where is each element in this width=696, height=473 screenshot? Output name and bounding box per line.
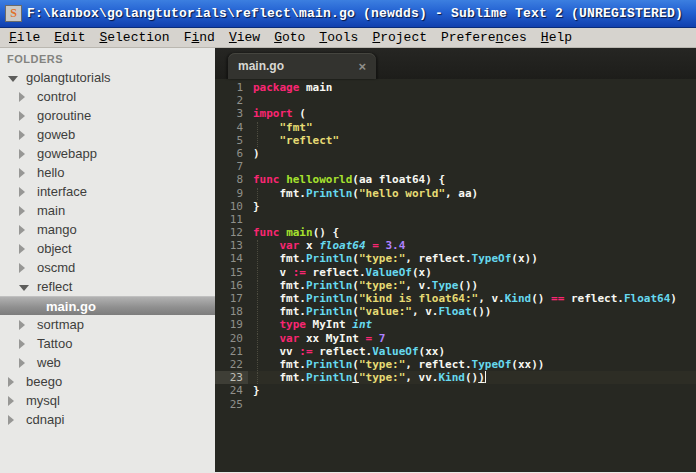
sidebar-item-golangtutorials[interactable]: golangtutorials [0, 68, 215, 87]
sidebar-item-label: beego [26, 374, 62, 389]
tab-close-icon[interactable]: × [358, 59, 366, 74]
menu-item-preferences[interactable]: Preferences [434, 30, 534, 45]
menu-item-help[interactable]: Help [534, 30, 579, 45]
code-editor[interactable]: 1package main23import (4 "fmt"5 "reflect… [215, 79, 696, 472]
menu-item-goto[interactable]: Goto [267, 30, 312, 45]
sidebar-item-hello[interactable]: hello [0, 163, 215, 182]
menu-item-file[interactable]: File [2, 30, 47, 45]
code-line-15[interactable]: 15 v := reflect.ValueOf(x) [215, 266, 696, 279]
line-number: 15 [215, 266, 248, 279]
code-text: ) [248, 147, 260, 160]
line-number: 11 [215, 213, 248, 226]
menu-item-edit[interactable]: Edit [47, 30, 92, 45]
sidebar-item-reflect[interactable]: reflect [0, 277, 215, 296]
code-line-13[interactable]: 13 var x float64 = 3.4 [215, 239, 696, 252]
code-line-9[interactable]: 9 fmt.Println("hello world", aa) [215, 187, 696, 200]
code-line-14[interactable]: 14 fmt.Println("type:", reflect.TypeOf(x… [215, 252, 696, 265]
code-line-12[interactable]: 12func main() { [215, 226, 696, 239]
code-text: func main() { [248, 226, 339, 239]
sidebar-item-goweb[interactable]: goweb [0, 125, 215, 144]
sidebar-item-interface[interactable]: interface [0, 182, 215, 201]
sidebar-item-object[interactable]: object [0, 239, 215, 258]
menu-item-project[interactable]: Project [365, 30, 434, 45]
code-text: fmt.Println("type:", reflect.TypeOf(xx)) [248, 358, 544, 371]
code-line-4[interactable]: 4 "fmt" [215, 121, 696, 134]
sidebar-item-label: Tattoo [37, 336, 72, 351]
sidebar-item-main-go[interactable]: main.go [0, 296, 215, 315]
line-number: 23 [215, 371, 248, 384]
sidebar-item-label: main.go [46, 299, 96, 314]
code-text: type MyInt int [248, 318, 372, 331]
code-lines: 1package main23import (4 "fmt"5 "reflect… [215, 81, 696, 411]
code-line-5[interactable]: 5 "reflect" [215, 134, 696, 147]
code-text: vv := reflect.ValueOf(xx) [248, 345, 445, 358]
line-number: 16 [215, 279, 248, 292]
line-number: 25 [215, 398, 248, 411]
sidebar-item-mango[interactable]: mango [0, 220, 215, 239]
tab-label: main.go [238, 59, 352, 73]
sidebar-item-gowebapp[interactable]: gowebapp [0, 144, 215, 163]
code-line-23[interactable]: 23 fmt.Println("type:", vv.Kind()) [215, 371, 696, 384]
menu-item-view[interactable]: View [222, 30, 267, 45]
window-title: F:\kanbox\golangtutorials\reflect\main.g… [27, 6, 683, 21]
tab-bar: main.go × [215, 48, 696, 79]
code-text: } [248, 384, 260, 397]
line-number: 22 [215, 358, 248, 371]
code-line-20[interactable]: 20 var xx MyInt = 7 [215, 332, 696, 345]
menu-item-find[interactable]: Find [177, 30, 222, 45]
code-line-24[interactable]: 24} [215, 384, 696, 397]
sidebar-item-tattoo[interactable]: Tattoo [0, 334, 215, 353]
code-line-8[interactable]: 8func helloworld(aa float64) { [215, 173, 696, 186]
code-line-6[interactable]: 6) [215, 147, 696, 160]
sidebar-item-cdnapi[interactable]: cdnapi [0, 410, 215, 429]
code-text [248, 160, 253, 173]
line-number: 12 [215, 226, 248, 239]
sidebar-item-web[interactable]: web [0, 353, 215, 372]
sidebar-item-label: mango [37, 222, 77, 237]
sidebar-item-label: object [37, 241, 72, 256]
sidebar: FOLDERS golangtutorialscontrolgoroutineg… [0, 48, 215, 472]
code-text: var x float64 = 3.4 [248, 239, 405, 252]
line-number: 10 [215, 200, 248, 213]
code-line-11[interactable]: 11 [215, 213, 696, 226]
menu-item-tools[interactable]: Tools [312, 30, 365, 45]
code-text: import ( [248, 107, 306, 120]
code-line-17[interactable]: 17 fmt.Println("kind is float64:", v.Kin… [215, 292, 696, 305]
sidebar-item-main[interactable]: main [0, 201, 215, 220]
sidebar-item-label: cdnapi [26, 412, 64, 427]
code-text: fmt.Println("type:", v.Type()) [248, 279, 478, 292]
code-line-22[interactable]: 22 fmt.Println("type:", reflect.TypeOf(x… [215, 358, 696, 371]
code-line-21[interactable]: 21 vv := reflect.ValueOf(xx) [215, 345, 696, 358]
code-line-1[interactable]: 1package main [215, 81, 696, 94]
sidebar-item-mysql[interactable]: mysql [0, 391, 215, 410]
menu-bar: FileEditSelectionFindViewGotoToolsProjec… [0, 28, 696, 48]
sidebar-item-label: control [37, 89, 76, 104]
menu-item-selection[interactable]: Selection [92, 30, 176, 45]
sidebar-item-oscmd[interactable]: oscmd [0, 258, 215, 277]
code-text: fmt.Println("type:", vv.Kind()) [248, 371, 696, 384]
sidebar-item-beego[interactable]: beego [0, 372, 215, 391]
code-line-18[interactable]: 18 fmt.Println("value:", v.Float()) [215, 305, 696, 318]
code-line-16[interactable]: 16 fmt.Println("type:", v.Type()) [215, 279, 696, 292]
line-number: 14 [215, 252, 248, 265]
line-number: 17 [215, 292, 248, 305]
sidebar-item-label: hello [37, 165, 64, 180]
sidebar-item-label: interface [37, 184, 87, 199]
code-line-7[interactable]: 7 [215, 160, 696, 173]
code-line-10[interactable]: 10} [215, 200, 696, 213]
sidebar-item-sortmap[interactable]: sortmap [0, 315, 215, 334]
sidebar-item-label: main [37, 203, 65, 218]
sidebar-item-label: sortmap [37, 317, 84, 332]
code-text: } [248, 200, 260, 213]
sidebar-item-control[interactable]: control [0, 87, 215, 106]
code-line-25[interactable]: 25 [215, 398, 696, 411]
line-number: 19 [215, 318, 248, 331]
code-text: fmt.Println("value:", v.Float()) [248, 305, 491, 318]
sidebar-item-goroutine[interactable]: goroutine [0, 106, 215, 125]
tab-main-go[interactable]: main.go × [228, 53, 376, 79]
code-line-3[interactable]: 3import ( [215, 107, 696, 120]
line-number: 4 [215, 121, 248, 134]
code-line-19[interactable]: 19 type MyInt int [215, 318, 696, 331]
code-line-2[interactable]: 2 [215, 94, 696, 107]
title-bar: S F:\kanbox\golangtutorials\reflect\main… [0, 0, 696, 28]
